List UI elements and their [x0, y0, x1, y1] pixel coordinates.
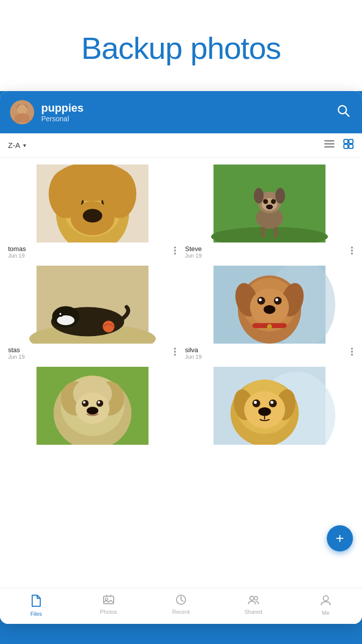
photos-nav-icon	[103, 594, 115, 607]
svg-point-39	[351, 250, 353, 252]
recent-nav-label: Recent	[172, 609, 190, 615]
me-nav-icon	[320, 594, 331, 608]
me-nav-label: Me	[322, 610, 329, 616]
avatar	[10, 100, 34, 124]
nav-item-recent[interactable]: Recent	[145, 592, 217, 619]
svg-point-40	[351, 253, 353, 255]
svg-point-101	[254, 597, 258, 600]
nav-item-shared[interactable]: Shared	[217, 592, 290, 619]
app-card: puppies Personal Z-A ▾	[0, 91, 362, 624]
svg-point-68	[351, 354, 353, 356]
chevron-down-icon: ▾	[23, 142, 26, 149]
folder-name: puppies	[41, 102, 328, 115]
nav-item-files[interactable]: Files	[0, 592, 72, 619]
toolbar: Z-A ▾	[0, 133, 362, 157]
photo-name: stas	[8, 346, 173, 354]
header-text: puppies Personal	[41, 102, 328, 123]
shared-nav-icon	[247, 594, 259, 607]
photo-date: Jun 19	[8, 253, 173, 259]
photo-thumbnail	[7, 165, 178, 243]
photo-thumbnail	[184, 266, 355, 344]
svg-rect-37	[274, 227, 278, 237]
svg-point-50	[174, 351, 176, 353]
svg-point-45	[57, 315, 74, 325]
svg-point-51	[174, 354, 176, 356]
photo-thumbnail	[7, 266, 178, 344]
photo-item[interactable]: stasJun 19	[4, 263, 181, 364]
svg-point-35	[266, 204, 273, 209]
sort-button[interactable]: Z-A ▾	[8, 141, 26, 149]
photo-date: Jun 19	[185, 354, 350, 360]
svg-point-63	[263, 305, 275, 313]
photo-info: tomasJun 19	[7, 243, 178, 260]
photo-date: Jun 19	[185, 253, 350, 259]
nav-item-me[interactable]: Me	[290, 592, 362, 619]
photo-thumbnail	[7, 367, 178, 445]
svg-point-78	[83, 401, 85, 404]
nav-item-photos[interactable]: Photos	[72, 592, 145, 619]
photo-item[interactable]	[181, 364, 358, 448]
more-options-button[interactable]	[173, 245, 177, 255]
svg-point-77	[82, 400, 89, 407]
photo-item[interactable]: SteveJun 19	[181, 162, 358, 263]
svg-point-49	[174, 348, 176, 350]
plus-icon: +	[336, 530, 344, 546]
svg-point-0	[10, 100, 34, 124]
photo-thumbnail	[184, 165, 355, 243]
svg-point-92	[270, 401, 274, 404]
photo-name: tomas	[8, 245, 173, 253]
svg-point-66	[351, 348, 353, 350]
svg-point-22	[102, 170, 136, 218]
svg-point-23	[174, 247, 176, 249]
svg-point-47	[59, 313, 61, 315]
card-wrapper: puppies Personal Z-A ▾	[0, 91, 362, 644]
svg-point-3	[18, 106, 26, 114]
svg-rect-11	[344, 144, 348, 148]
photos-nav-label: Photos	[100, 609, 117, 615]
shared-nav-label: Shared	[244, 609, 262, 615]
photo-info: silvaJun 19	[184, 344, 355, 361]
svg-line-5	[345, 113, 349, 116]
svg-point-31	[276, 188, 285, 204]
svg-point-33	[263, 199, 268, 204]
photo-item[interactable]: silvaJun 19	[181, 263, 358, 364]
photo-item[interactable]	[4, 364, 181, 448]
list-view-icon[interactable]	[324, 139, 335, 151]
photo-name: silva	[185, 346, 350, 354]
recent-nav-icon	[175, 594, 187, 607]
svg-rect-36	[261, 227, 265, 237]
add-button[interactable]: +	[327, 525, 353, 551]
photo-grid-area: tomasJun 19 SteveJun 19	[0, 157, 362, 588]
svg-point-93	[258, 407, 271, 416]
svg-point-24	[174, 250, 176, 252]
sort-label: Z-A	[8, 141, 20, 149]
svg-rect-10	[349, 139, 353, 143]
more-options-button[interactable]	[173, 346, 177, 356]
photo-item[interactable]: tomasJun 19	[4, 162, 181, 263]
photo-date: Jun 19	[8, 354, 173, 360]
svg-point-2	[15, 116, 29, 124]
svg-point-102	[323, 596, 328, 601]
more-options-button[interactable]	[350, 346, 354, 356]
svg-point-67	[351, 351, 353, 353]
folder-type: Personal	[41, 115, 328, 123]
photo-grid: tomasJun 19 SteveJun 19	[0, 157, 362, 452]
more-options-button[interactable]	[350, 245, 354, 255]
svg-point-100	[250, 596, 254, 600]
files-nav-label: Files	[30, 611, 42, 617]
grid-view-icon[interactable]	[343, 138, 354, 152]
svg-point-38	[351, 247, 353, 249]
svg-point-62	[276, 298, 279, 301]
svg-point-65	[267, 324, 272, 329]
svg-point-48	[103, 320, 114, 332]
svg-point-1	[18, 106, 27, 115]
app-header: puppies Personal	[0, 91, 362, 133]
search-button[interactable]	[335, 102, 352, 122]
svg-point-80	[98, 401, 100, 404]
photo-thumbnail	[184, 367, 355, 445]
photo-info: SteveJun 19	[184, 243, 355, 260]
svg-point-30	[254, 188, 263, 204]
bottom-nav: Files Photos Recent Shared Me	[0, 588, 362, 624]
svg-rect-9	[344, 139, 348, 143]
hero-title: Backup photos	[10, 30, 352, 66]
